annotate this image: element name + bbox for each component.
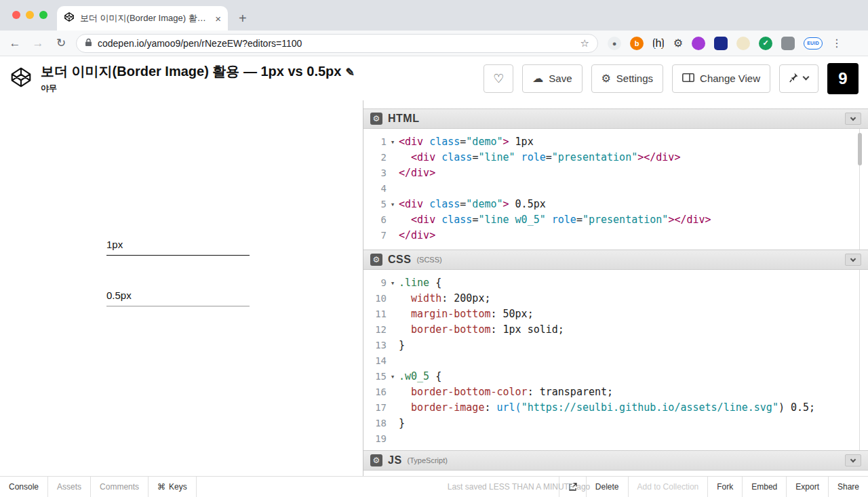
chevron-down-icon (850, 256, 856, 261)
window-close-button[interactable] (12, 11, 20, 19)
css-collapse-button[interactable] (845, 254, 861, 266)
code-line[interactable]: 10 width: 200px; (363, 291, 868, 306)
edit-title-icon[interactable]: ✎ (345, 66, 354, 78)
code-line[interactable]: 14 (363, 353, 868, 369)
fold-gutter (387, 353, 399, 369)
code-line[interactable]: 2 <div class="line" role="presentation">… (363, 150, 868, 165)
euid-extension-icon[interactable]: EUID (804, 37, 823, 49)
share-button[interactable]: Share (828, 477, 868, 497)
console-button[interactable]: Console (0, 477, 48, 497)
assets-button[interactable]: Assets (48, 477, 91, 497)
code-text: .w0_5 { (399, 369, 441, 384)
js-settings-gear-icon[interactable]: ⚙ (370, 454, 382, 466)
code-line[interactable]: 5▾<div class="demo"> 0.5px (363, 197, 868, 212)
html-collapse-button[interactable] (845, 113, 861, 125)
settings-button[interactable]: ⚙Settings (591, 64, 664, 93)
kebab-menu-icon[interactable]: ⋮ (831, 37, 842, 50)
embed-button[interactable]: Embed (742, 477, 786, 497)
pin-icon (789, 73, 798, 85)
codepen-logo-icon[interactable] (9, 66, 33, 92)
back-icon[interactable]: ← (7, 37, 23, 50)
code-line[interactable]: 19 (363, 431, 868, 447)
extension-icon-h-brackets[interactable]: [h] (652, 37, 665, 50)
extension-icon-orange[interactable]: b (630, 37, 644, 50)
puzzle-extension-icon[interactable] (781, 37, 795, 50)
chevron-down-icon (850, 115, 856, 120)
browser-tab[interactable]: 보더 이미지(Border Image) 활용 — 1px vs 0.5px × (57, 6, 228, 31)
line-number: 3 (363, 165, 387, 181)
code-line[interactable]: 18} (363, 416, 868, 431)
js-collapse-button[interactable] (845, 454, 861, 466)
fold-arrow-icon[interactable]: ▾ (387, 134, 399, 150)
code-line[interactable]: 11 margin-bottom: 50px; (363, 306, 868, 322)
code-text: width: 200px; (399, 291, 490, 306)
fold-arrow-icon[interactable]: ▾ (387, 197, 399, 212)
code-line[interactable]: 17 border-image: url("https://seulbi.git… (363, 400, 868, 416)
html-settings-gear-icon[interactable]: ⚙ (370, 113, 382, 125)
css-settings-gear-icon[interactable]: ⚙ (370, 254, 382, 266)
line-number: 4 (363, 181, 387, 197)
pen-author[interactable]: 야무 (41, 83, 355, 94)
keys-button[interactable]: ⌘Keys (149, 477, 197, 497)
tab-favicon-codepen (64, 12, 75, 25)
css-panel-lang: (SCSS) (416, 256, 441, 264)
code-line[interactable]: 7</div> (363, 228, 868, 243)
add-to-collection-button[interactable]: Add to Collection (628, 477, 708, 497)
fold-arrow-icon[interactable]: ▾ (387, 275, 399, 291)
line-number: 7 (363, 228, 387, 243)
extensions-strip: ●b[h]⚙✓EUID⋮ (608, 37, 842, 50)
change-view-button[interactable]: Change View (672, 64, 770, 93)
line-number: 12 (363, 322, 387, 338)
fold-gutter (387, 181, 399, 197)
code-line[interactable]: 16 border-bottom-color: transparent; (363, 384, 868, 400)
avatar[interactable]: 9 (827, 63, 859, 94)
new-tab-button[interactable]: + (239, 11, 247, 26)
url-text[interactable]: codepen.io/yamoo9/pen/rNezeEW?editors=11… (98, 38, 575, 49)
shield-check-extension-icon[interactable]: ✓ (759, 37, 772, 50)
delete-button[interactable]: Delete (586, 477, 628, 497)
line-number: 13 (363, 338, 387, 353)
fold-gutter (387, 384, 399, 400)
js-editor[interactable] (363, 471, 868, 476)
code-line[interactable]: 6 <div class="line w0_5" role="presentat… (363, 212, 868, 228)
code-line[interactable]: 3</div> (363, 165, 868, 181)
camera-extension-icon[interactable]: ● (608, 37, 621, 50)
fork-button[interactable]: Fork (707, 477, 742, 497)
code-text: </div> (399, 165, 435, 181)
window-controls (12, 11, 47, 19)
code-text: margin-bottom: 50px; (399, 306, 534, 322)
line-number: 18 (363, 416, 387, 431)
fold-arrow-icon[interactable]: ▾ (387, 369, 399, 384)
code-line[interactable]: 1▾<div class="demo"> 1px (363, 134, 868, 150)
code-text: border-bottom-color: transparent; (399, 384, 613, 400)
tab-close-icon[interactable]: × (215, 13, 221, 24)
code-line[interactable]: 15▾.w0_5 { (363, 369, 868, 384)
forward-icon[interactable]: → (30, 37, 46, 50)
line-number: 17 (363, 400, 387, 416)
pin-dropdown-button[interactable] (779, 64, 818, 93)
window-zoom-button[interactable] (39, 11, 47, 19)
extension-icon-indigo[interactable] (714, 37, 728, 50)
export-button[interactable]: Export (786, 477, 828, 497)
css-editor[interactable]: 9▾.line {10 width: 200px;11 margin-botto… (363, 270, 868, 450)
comments-button[interactable]: Comments (91, 477, 149, 497)
window-minimize-button[interactable] (26, 11, 34, 19)
extension-icon-pale[interactable] (736, 37, 750, 50)
code-line[interactable]: 12 border-bottom: 1px solid; (363, 322, 868, 338)
gear-extension-icon[interactable]: ⚙ (673, 37, 683, 50)
line-number: 10 (363, 291, 387, 306)
save-button[interactable]: ☁Save (522, 64, 582, 93)
bookmark-star-icon[interactable]: ☆ (580, 37, 589, 49)
html-scrollbar-thumb[interactable] (858, 133, 862, 165)
footer-bar: Console Assets Comments ⌘Keys Last saved… (0, 476, 868, 497)
reload-icon[interactable]: ↻ (53, 36, 69, 50)
demo-1px-label: 1px (106, 239, 363, 250)
code-line[interactable]: 13} (363, 338, 868, 353)
html-editor[interactable]: 1▾<div class="demo"> 1px2 <div class="li… (363, 129, 868, 250)
extension-icon-purple[interactable] (692, 37, 705, 50)
demo-05px-line (106, 306, 250, 306)
code-line[interactable]: 4 (363, 181, 868, 197)
address-bar[interactable]: codepen.io/yamoo9/pen/rNezeEW?editors=11… (76, 34, 598, 53)
code-line[interactable]: 9▾.line { (363, 275, 868, 291)
love-button[interactable]: ♡ (484, 64, 513, 93)
